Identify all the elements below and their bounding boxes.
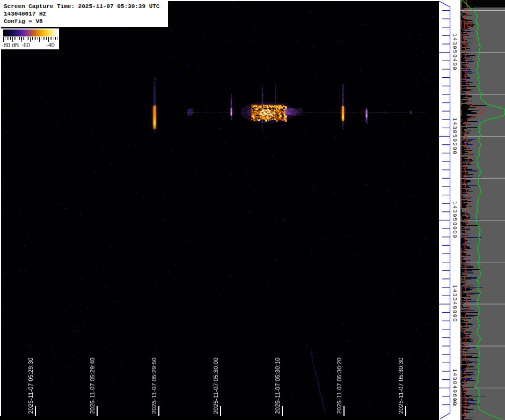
time-tick-mark: [220, 406, 221, 416]
time-tick-label: 2025-11-07 05:29:50: [151, 357, 157, 414]
time-tick-mark: [282, 406, 283, 416]
intensity-colorbar: -80 dB -60 -40: [1, 28, 59, 49]
capture-info-box: Screen Capture Time: 2025-11-07 05:30:39…: [1, 1, 168, 27]
window-border-left: [0, 0, 1, 416]
time-tick-mark: [35, 406, 36, 416]
time-tick-label: 2025-11-07 05:30:30: [398, 357, 404, 414]
time-tick-mark: [158, 406, 159, 416]
colorbar-ticks: [3, 37, 57, 42]
time-tick-label: 2025-11-07 05:30:10: [274, 357, 281, 414]
time-tick-label: 2025-11-07 05:29:40: [89, 357, 96, 414]
spectrum-side-panel: [460, 0, 505, 420]
freq-tick-label: 143050200: [451, 117, 458, 155]
center-frequency-text: 143048017 Hz: [4, 10, 168, 18]
freq-tick-label: 143050000: [451, 201, 458, 239]
capture-time-text: Screen Capture Time: 2025-11-07 05:30:39…: [4, 3, 168, 10]
colorbar-label-max: -40: [46, 42, 55, 48]
time-tick-label: 2025-11-07 05:29:30: [27, 357, 34, 414]
time-tick-mark: [343, 406, 345, 416]
colorbar-label-min: -80 dB: [2, 42, 19, 48]
colorbar-gradient: [3, 30, 57, 36]
colorbar-label-mid: -60: [21, 42, 30, 48]
freq-tick-label: 143049800: [451, 285, 458, 322]
time-tick-label: 2025-11-07 05:30:20: [336, 357, 342, 414]
time-tick-label: 2025-11-07 05:30:00: [213, 357, 219, 414]
time-tick-mark: [405, 406, 406, 416]
freq-tick-label: 143050400: [451, 33, 458, 71]
config-text: Config = V8: [4, 18, 168, 25]
spectrogram-capture-window: 2025-11-07 05:29:30 2025-11-07 05:29:40 …: [0, 0, 505, 420]
freq-axis-unit: Hz: [451, 399, 458, 408]
time-tick-mark: [97, 406, 98, 416]
waterfall-spectrogram: [1, 1, 439, 416]
